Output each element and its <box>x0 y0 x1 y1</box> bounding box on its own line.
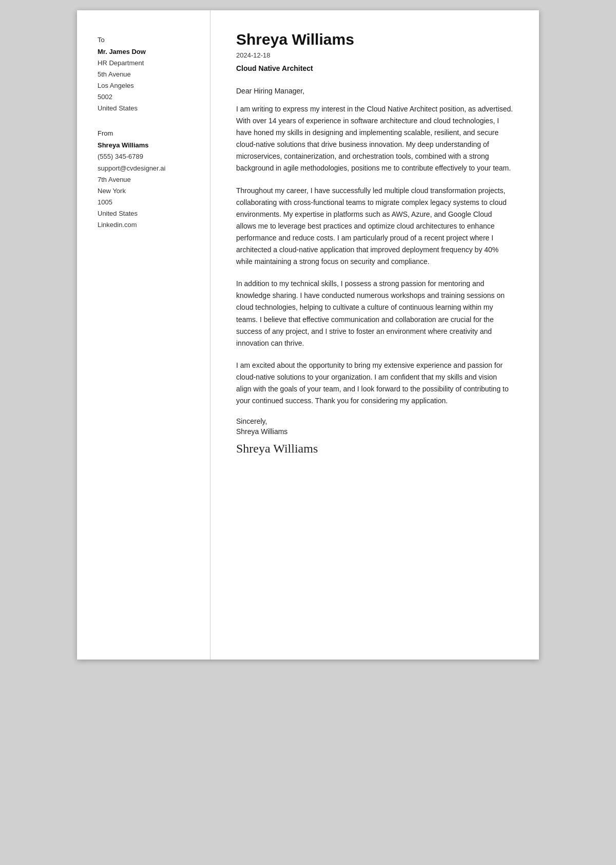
paragraph-1: I am writing to express my interest in t… <box>236 103 513 175</box>
sidebar: To Mr. James Dow HR Department 5th Avenu… <box>77 10 210 660</box>
sender-email: support@cvdesigner.ai <box>98 164 165 172</box>
recipient-country: United States <box>98 104 138 112</box>
recipient-department: HR Department <box>98 59 144 67</box>
signature: Shreya Williams <box>236 442 513 456</box>
sender-linkedin: Linkedin.com <box>98 221 137 229</box>
sender-phone: (555) 345-6789 <box>98 153 143 160</box>
main-content: Shreya Williams 2024-12-18 Cloud Native … <box>210 10 539 660</box>
closing-name: Shreya Williams <box>236 427 513 436</box>
recipient-zip: 5002 <box>98 93 112 101</box>
recipient-city: Los Angeles <box>98 82 134 89</box>
recipient-name: Mr. James Dow <box>98 48 195 55</box>
sender-zip: 1005 <box>98 198 112 206</box>
sender-details: (555) 345-6789 support@cvdesigner.ai 7th… <box>98 151 195 231</box>
paragraph-4: I am excited about the opportunity to br… <box>236 360 513 407</box>
paragraph-3: In addition to my technical skills, I po… <box>236 278 513 349</box>
sender-street: 7th Avenue <box>98 176 131 183</box>
recipient-details: HR Department 5th Avenue Los Angeles 500… <box>98 58 195 114</box>
paragraph-2: Throughout my career, I have successfull… <box>236 185 513 268</box>
to-label: To <box>98 36 195 44</box>
from-section: From Shreya Williams (555) 345-6789 supp… <box>98 129 195 231</box>
job-title: Cloud Native Architect <box>236 64 513 72</box>
sender-city: New York <box>98 187 126 195</box>
closing: Sincerely, <box>236 417 513 425</box>
cover-letter-page: To Mr. James Dow HR Department 5th Avenu… <box>77 10 539 660</box>
sender-country: United States <box>98 210 138 217</box>
to-section: To Mr. James Dow HR Department 5th Avenu… <box>98 36 195 114</box>
salutation: Dear Hiring Manager, <box>236 87 513 95</box>
from-label: From <box>98 129 195 137</box>
sender-name: Shreya Williams <box>98 141 195 149</box>
letter-date: 2024-12-18 <box>236 51 513 59</box>
recipient-street: 5th Avenue <box>98 70 131 78</box>
applicant-name: Shreya Williams <box>236 31 513 48</box>
